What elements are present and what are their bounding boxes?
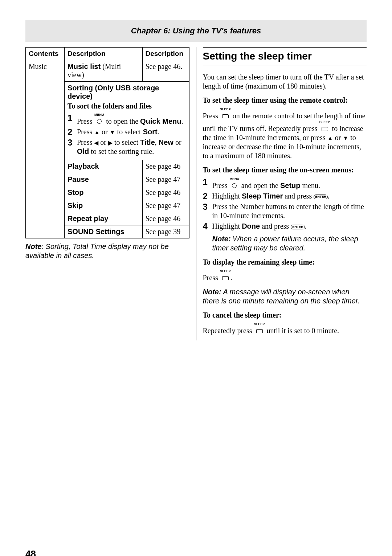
menu-icon-label: MENU [229, 177, 240, 181]
menu-icon: MENU [94, 113, 104, 126]
enter-icon: ENTER [314, 195, 328, 199]
display-paragraph: Press SLEEP. [203, 270, 367, 282]
remote-d: or [333, 134, 343, 142]
sleep-icon-label: SLEEP [220, 270, 231, 273]
music-table: Contents Description Description Music M… [25, 47, 189, 238]
row-ref: See page 47 [142, 173, 189, 186]
cell-contents-music: Music [26, 60, 65, 238]
sleep-icon: SLEEP [220, 270, 231, 282]
m1-b: and open the [240, 181, 280, 189]
row-label: Stop [65, 186, 143, 199]
triangle-right-icon: ▶ [108, 140, 113, 146]
section-title-wrap: Setting the sleep timer [203, 47, 367, 65]
enter-icon: ENTER [291, 225, 305, 229]
step1-d: . [181, 117, 183, 125]
m2-sleeptimer: Sleep Timer [242, 192, 283, 200]
step1-b: to open the [104, 117, 140, 125]
intro-paragraph: You can set the sleep timer to turn off … [203, 73, 367, 91]
m1-a: Press [212, 181, 229, 189]
cancel-b: until it is set to 0 minute. [265, 327, 339, 335]
m4-c: and press [260, 222, 291, 230]
sleep-icon-label: SLEEP [220, 108, 231, 111]
step1-a: Press [77, 117, 94, 125]
m4-a: Highlight [212, 222, 242, 230]
row-ref: See page 39 [142, 225, 189, 238]
step2-c: to select [115, 128, 143, 136]
note-power-failure: Note: When a power failure occurs, the s… [212, 234, 367, 253]
m2-a: Highlight [212, 192, 242, 200]
note2-bold: Note: [203, 288, 221, 296]
note-one-minute: Note: A message will display on-screen w… [203, 287, 367, 306]
step-number: 1 [203, 177, 212, 187]
triangle-up-icon: ▲ [94, 129, 100, 135]
step2-sort: Sort [143, 128, 158, 136]
m3-body: Press the Number buttons to enter the le… [212, 202, 367, 220]
remote-a: Press [203, 112, 220, 120]
display-a: Press [203, 274, 220, 282]
step-number: 3 [203, 202, 212, 211]
sort-step-1: 1 Press MENU to open the Quick Menu. [68, 113, 186, 126]
row-label: Playback [65, 160, 143, 173]
step3-g: or [173, 138, 181, 146]
step3-new: New [159, 138, 173, 146]
step3-a: Press [77, 138, 94, 146]
m2-d: . [328, 192, 330, 200]
row-ref: See page 46 [142, 186, 189, 199]
subhead-remote: To set the sleep timer using the remote … [203, 96, 367, 105]
sleep-icon: SLEEP [220, 108, 231, 120]
remote-paragraph: Press SLEEP on the remote control to set… [203, 108, 367, 160]
sorting-subhead: To sort the folders and files [68, 102, 186, 110]
step-number: 2 [203, 192, 212, 201]
left-note: Note: Sorting, Total Time display may no… [25, 242, 189, 260]
cancel-a: Repeatedly press [203, 327, 254, 335]
left-note-bold: Note [25, 242, 41, 250]
sleep-icon-label: SLEEP [254, 323, 265, 326]
step3-title: Title [140, 138, 155, 146]
sleep-icon: SLEEP [254, 323, 265, 335]
m4-done: Done [242, 222, 260, 230]
subhead-cancel: To cancel the sleep timer: [203, 311, 367, 320]
m1-d: menu. [300, 181, 320, 189]
sleep-icon-label: SLEEP [319, 120, 330, 124]
row-label: Pause [65, 173, 143, 186]
step3-old: Old [77, 147, 89, 155]
note1-rest: When a power failure occurs, the sleep t… [212, 235, 358, 252]
triangle-down-icon: ▼ [110, 129, 115, 135]
sorting-heading: Sorting (Only USB storage device) [68, 84, 186, 101]
m1-setup: Setup [280, 181, 301, 189]
section-title: Setting the sleep timer [203, 50, 312, 62]
chapter-header-bar: Chapter 6: Using the TV's features [25, 20, 367, 42]
row-ref: See page 46 [142, 160, 189, 173]
cancel-paragraph: Repeatedly press SLEEP until it is set t… [203, 323, 367, 335]
left-note-rest: : Sorting, Total Time display may not be… [25, 242, 169, 259]
left-column: Contents Description Description Music M… [25, 47, 196, 340]
row-ref: See page 47 [142, 199, 189, 212]
row-label: SOUND Settings [65, 225, 143, 238]
menu-icon-label: MENU [94, 113, 104, 116]
step3-e: , [155, 138, 159, 146]
step2-b: or [100, 128, 110, 136]
cell-music-list: Music list (Multi view) [65, 60, 143, 82]
m4-d: . [305, 222, 307, 230]
chapter-title: Chapter 6: Using the TV's features [131, 26, 261, 36]
subhead-menus: To set the sleep timer using the on-scre… [203, 165, 367, 175]
step-number: 2 [68, 127, 77, 136]
row-label: Repeat play [65, 212, 143, 225]
menu-step-3: 3 Press the Number buttons to enter the … [203, 202, 367, 220]
triangle-down-icon: ▼ [343, 135, 348, 141]
step3-i: to set the sorting rule. [89, 147, 154, 155]
menu-icon: MENU [229, 177, 240, 190]
menu-step-2: 2 Highlight Sleep Timer and press ENTER. [203, 192, 367, 201]
subhead-display: To display the remaining sleep time: [203, 258, 367, 267]
row-ref: See page 46 [142, 212, 189, 225]
triangle-left-icon: ◀ [94, 140, 98, 146]
m2-c: and press [283, 192, 314, 200]
triangle-up-icon: ▲ [327, 135, 333, 141]
note2-rest: A message will display on-screen when th… [203, 288, 360, 305]
row-label: Skip [65, 199, 143, 212]
cell-sorting: Sorting (Only USB storage device) To sor… [65, 82, 189, 160]
step3-b: or [98, 138, 108, 146]
th-contents: Contents [26, 48, 65, 60]
step-number: 4 [203, 222, 212, 231]
right-column: Setting the sleep timer You can set the … [196, 47, 367, 340]
